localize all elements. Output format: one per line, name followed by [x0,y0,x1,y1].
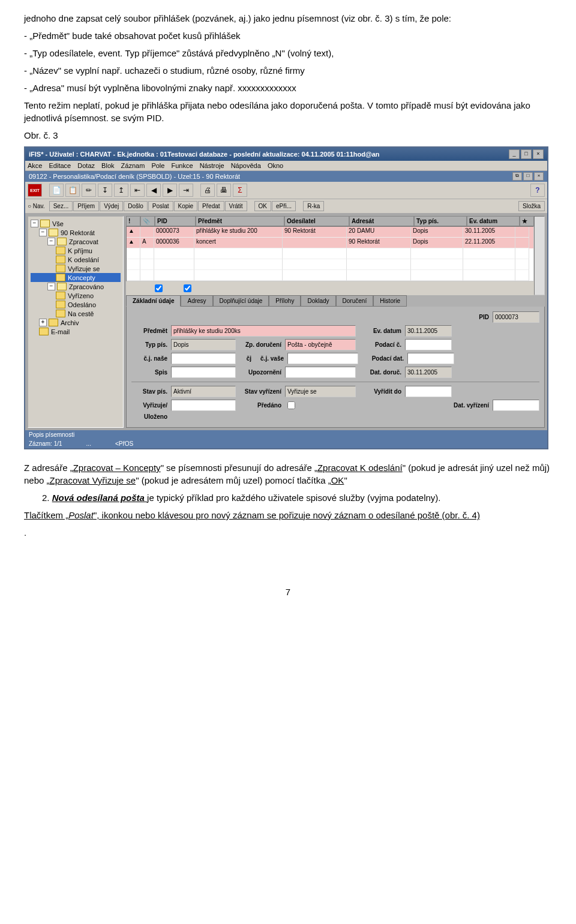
child-close-button[interactable]: × [534,172,544,181]
menu-zaznam[interactable]: Záznam [121,162,145,169]
col-star[interactable]: ★ [520,216,534,226]
action-poslat[interactable]: Poslat [148,201,173,211]
action-doslo[interactable]: Došlo [124,201,148,211]
toolbar-sort-asc-icon[interactable]: ↧ [98,184,112,197]
col-odesilatel[interactable]: Odesílatel [284,216,349,226]
table-row[interactable] [127,270,533,281]
tree-odeslano[interactable]: Odesláno [31,300,121,309]
action-rka[interactable]: R-ka [303,201,324,211]
minimize-button[interactable]: _ [509,149,520,159]
field-typpis[interactable] [171,339,236,350]
action-slozka[interactable]: Složka [518,201,545,211]
tree-zpracovat[interactable]: −Zpracovat [31,237,121,246]
close-button[interactable]: × [533,149,544,159]
menu-dotaz[interactable]: Dotaz [77,162,95,169]
field-datdoruc[interactable] [405,367,452,378]
vertical-scrollbar[interactable] [534,216,545,295]
tree-naceste[interactable]: Na cestě [31,309,121,318]
tree-vse[interactable]: −Vše [31,219,121,228]
col-clip[interactable]: 📎 [140,216,155,226]
action-kopie[interactable]: Kopie [174,201,198,211]
tab-prilohy[interactable]: Přílohy [269,295,301,307]
checkbox-predano[interactable] [287,401,295,409]
tab-historie[interactable]: Historie [373,295,407,307]
table-row[interactable] [127,259,533,270]
exit-button[interactable]: EXIT [28,184,42,197]
action-vydej[interactable]: Výdej [100,201,123,211]
action-sez[interactable]: Sez... [49,201,73,211]
table-row[interactable] [127,248,533,259]
table-row[interactable]: ▲ A 0000036 koncert 90 Rektorát Dopis 22… [127,238,533,248]
col-typpis[interactable]: Typ pís. [414,216,467,226]
action-predat[interactable]: Předat [198,201,224,211]
menu-napoveda[interactable]: Nápověda [231,162,261,169]
tree-rektorat[interactable]: −90 Rektorát [31,228,121,237]
child-maximize-button[interactable]: □ [523,172,533,181]
menu-editace[interactable]: Editace [49,162,71,169]
toolbar-last-icon[interactable]: ⇥ [179,184,193,197]
action-ok[interactable]: OK [254,201,271,211]
field-podacidat[interactable] [407,353,454,364]
toolbar-filter-icon[interactable]: Σ [233,184,247,197]
toolbar-next-icon[interactable]: ▶ [163,184,177,197]
child-restore-button[interactable]: ⧉ [512,172,522,181]
tree-email[interactable]: E-mail [31,327,121,336]
toolbar-icon-3[interactable]: ✏ [82,184,96,197]
menu-okno[interactable]: Okno [268,162,283,169]
field-datvyr[interactable] [493,400,539,411]
field-stavpis[interactable] [171,386,236,397]
toolbar-sort-desc-icon[interactable]: ↥ [114,184,128,197]
menu-pole[interactable]: Pole [151,162,164,169]
toolbar-printers-icon[interactable]: 🖶 [217,184,231,197]
nav-radio[interactable]: ○ Nav. [28,203,45,209]
tree-vyrizeno[interactable]: Vyřízeno [31,291,121,300]
toolbar-icon-1[interactable]: 📄 [49,184,64,197]
tab-adresy[interactable]: Adresy [181,295,212,307]
field-zpdor[interactable] [285,339,356,350]
filter-checkbox-1[interactable] [155,284,163,292]
col-adresat[interactable]: Adresát [349,216,414,226]
field-predmet[interactable] [171,325,356,337]
action-prijem[interactable]: Příjem [73,201,99,211]
menu-nastroje[interactable]: Nástroje [200,162,224,169]
tree-kodeslani[interactable]: K odeslání [31,255,121,264]
col-evdatum[interactable]: Ev. datum [467,216,520,226]
toolbar-print-icon[interactable]: 🖨 [200,184,215,197]
field-cjnase[interactable] [171,353,236,364]
field-stavvyr[interactable] [285,386,356,397]
action-vratit[interactable]: Vrátit [225,201,247,211]
action-epri[interactable]: ePři... [272,201,296,211]
field-upozorneni[interactable] [285,367,356,378]
tree-vyrizujese[interactable]: Vyřizuje se [31,264,121,273]
col-predmet[interactable]: Předmět [196,216,284,226]
table-row[interactable]: ▲ 0000073 přihlášky ke studiu 200 90 Rek… [127,227,533,238]
help-icon[interactable]: ? [530,184,545,197]
col-warn[interactable]: ! [126,216,140,226]
label-datvyr: Dat. vyřízení [447,402,489,409]
col-pid[interactable]: PID [155,216,196,226]
field-cjvase[interactable] [287,353,358,364]
filter-checkbox-2[interactable] [184,284,191,292]
tree-kprijmu[interactable]: K příjmu [31,246,121,255]
field-podacic[interactable] [405,339,452,350]
field-vyrizuje[interactable] [171,400,236,411]
tab-doplnujici[interactable]: Doplňující údaje [213,295,269,307]
toolbar-prev-icon[interactable]: ◀ [146,184,161,197]
menu-funkce[interactable]: Funkce [171,162,193,169]
field-evdatum[interactable] [405,325,452,337]
toolbar-icon-2[interactable]: 📋 [65,184,80,197]
field-spis[interactable] [171,367,236,378]
tab-doklady[interactable]: Doklady [301,295,335,307]
doc-paragraph-3: - „Typ odesílatele, event. Typ příjemce"… [24,47,552,59]
maximize-button[interactable]: □ [521,149,532,159]
field-vyriditdo[interactable] [405,386,452,397]
tab-zakladni[interactable]: Základní údaje [126,295,181,307]
menu-blok[interactable]: Blok [101,162,114,169]
toolbar-first-icon[interactable]: ⇤ [130,184,145,197]
tree-zpracovano[interactable]: −Zpracováno [31,282,121,291]
tab-doruceni[interactable]: Doručení [336,295,374,307]
menu-akce[interactable]: Akce [28,162,42,169]
tree-archiv[interactable]: +Archiv [31,318,121,327]
tree-koncepty[interactable]: Koncepty [31,273,121,282]
field-pid[interactable] [493,311,539,323]
